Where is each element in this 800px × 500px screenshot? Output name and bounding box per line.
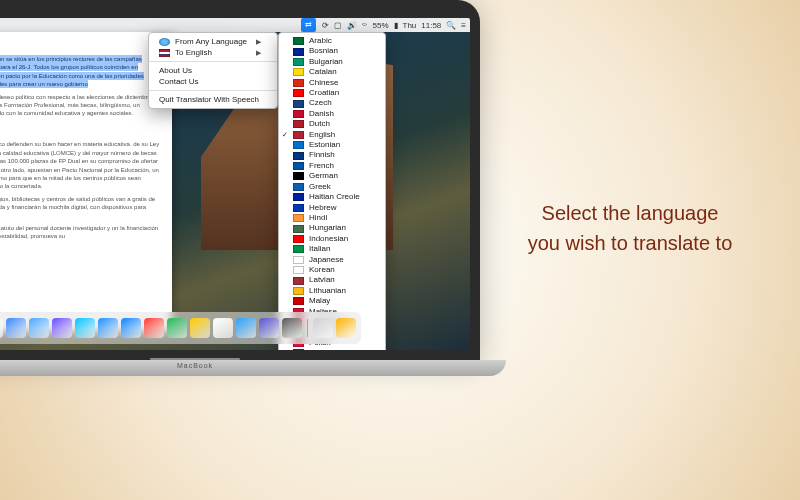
language-option[interactable]: Lithuanian bbox=[279, 286, 385, 296]
language-option[interactable]: Hebrew bbox=[279, 203, 385, 213]
dock-app[interactable] bbox=[236, 318, 256, 338]
flag-icon bbox=[293, 297, 304, 305]
flag-icon bbox=[293, 110, 304, 118]
flag-icon bbox=[293, 349, 304, 350]
language-label: Finnish bbox=[309, 150, 335, 160]
flag-icon bbox=[293, 37, 304, 45]
menubar-sync-icon[interactable]: ⟳ bbox=[322, 21, 329, 30]
flag-icon bbox=[293, 235, 304, 243]
language-option[interactable]: Bosnian bbox=[279, 46, 385, 56]
language-option[interactable]: Portuguese bbox=[279, 348, 385, 350]
language-option[interactable]: Greek bbox=[279, 182, 385, 192]
dock-app[interactable] bbox=[213, 318, 233, 338]
flag-icon bbox=[293, 214, 304, 222]
flag-icon bbox=[293, 193, 304, 201]
menu-contact[interactable]: Contact Us bbox=[149, 76, 277, 87]
menu-to-language[interactable]: To English ▶ bbox=[149, 47, 277, 58]
language-option[interactable]: ✓English bbox=[279, 130, 385, 140]
language-option[interactable]: Estonian bbox=[279, 140, 385, 150]
language-option[interactable]: Czech bbox=[279, 98, 385, 108]
flag-icon bbox=[293, 58, 304, 66]
marketing-caption: Select the language you wish to translat… bbox=[495, 198, 765, 258]
menu-from-language[interactable]: From Any Language ▶ bbox=[149, 36, 277, 47]
language-option[interactable]: Hungarian bbox=[279, 223, 385, 233]
dock-app[interactable] bbox=[75, 318, 95, 338]
menu-quit[interactable]: Quit Translator With Speech bbox=[149, 94, 277, 105]
dock-divider bbox=[307, 319, 308, 337]
dock-app[interactable] bbox=[6, 318, 26, 338]
language-option[interactable]: Hindi bbox=[279, 213, 385, 223]
chevron-right-icon: ▶ bbox=[256, 49, 261, 57]
language-option[interactable]: Finnish bbox=[279, 150, 385, 160]
flag-icon bbox=[293, 245, 304, 253]
laptop-frame: Help ⇄ ⟳ ▢ 🔊 ⌔ 55% ▮ Thu 11:58 🔍 ≡ bbox=[0, 0, 480, 420]
language-label: English bbox=[309, 130, 335, 140]
caption-line-1: Select the language bbox=[542, 202, 719, 224]
dock-app[interactable] bbox=[144, 318, 164, 338]
menubar-volume-icon[interactable]: 🔊 bbox=[347, 21, 357, 30]
language-option[interactable]: Dutch bbox=[279, 119, 385, 129]
menubar-airplay-icon[interactable]: ▢ bbox=[334, 21, 342, 30]
dock-app[interactable] bbox=[0, 318, 3, 338]
language-label: Danish bbox=[309, 109, 334, 119]
dock-app[interactable] bbox=[282, 318, 302, 338]
language-option[interactable]: Chinese bbox=[279, 78, 385, 88]
dock-app[interactable] bbox=[121, 318, 141, 338]
language-option[interactable]: Haitian Creole bbox=[279, 192, 385, 202]
menubar-battery-pct: 55% bbox=[372, 21, 388, 30]
language-option[interactable]: Croatian bbox=[279, 88, 385, 98]
menubar-wifi-icon[interactable]: ⌔ bbox=[362, 21, 367, 30]
language-label: Arabic bbox=[309, 36, 332, 46]
language-label: Latvian bbox=[309, 275, 335, 285]
language-option[interactable]: Japanese bbox=[279, 255, 385, 265]
flag-icon bbox=[293, 141, 304, 149]
language-option[interactable]: Bulgarian bbox=[279, 57, 385, 67]
globe-icon bbox=[159, 38, 170, 46]
dock-app[interactable] bbox=[52, 318, 72, 338]
flag-icon bbox=[293, 48, 304, 56]
language-label: Hebrew bbox=[309, 203, 337, 213]
flag-icon bbox=[293, 68, 304, 76]
menubar-notification-icon[interactable]: ≡ bbox=[461, 21, 466, 30]
dock-app[interactable] bbox=[190, 318, 210, 338]
macos-dock bbox=[0, 312, 361, 344]
menu-separator bbox=[149, 90, 277, 91]
checkmark-icon: ✓ bbox=[282, 130, 288, 140]
doc-highlighted-text[interactable]: La Educación se sitúa en los principios … bbox=[0, 55, 144, 88]
language-option[interactable]: French bbox=[279, 161, 385, 171]
laptop-screen: Help ⇄ ⟳ ▢ 🔊 ⌔ 55% ▮ Thu 11:58 🔍 ≡ bbox=[0, 18, 470, 350]
dock-app[interactable] bbox=[167, 318, 187, 338]
doc-heading: lo Popular bbox=[0, 124, 160, 137]
language-option[interactable]: Malay bbox=[279, 296, 385, 306]
dock-app[interactable] bbox=[336, 318, 356, 338]
language-option[interactable]: Indonesian bbox=[279, 234, 385, 244]
dock-app[interactable] bbox=[29, 318, 49, 338]
menubar-spotlight-icon[interactable]: 🔍 bbox=[446, 21, 456, 30]
language-label: Catalan bbox=[309, 67, 337, 77]
language-label: Lithuanian bbox=[309, 286, 346, 296]
menu-about[interactable]: About Us bbox=[149, 65, 277, 76]
flag-icon bbox=[293, 287, 304, 295]
language-option[interactable]: Korean bbox=[279, 265, 385, 275]
menubar-battery-icon[interactable]: ▮ bbox=[394, 21, 398, 30]
laptop-bezel: Help ⇄ ⟳ ▢ 🔊 ⌔ 55% ▮ Thu 11:58 🔍 ≡ bbox=[0, 0, 480, 360]
flag-icon bbox=[293, 152, 304, 160]
dock-app[interactable] bbox=[313, 318, 333, 338]
language-option[interactable]: German bbox=[279, 171, 385, 181]
flag-icon bbox=[293, 120, 304, 128]
language-option[interactable]: Arabic bbox=[279, 36, 385, 46]
dock-app[interactable] bbox=[98, 318, 118, 338]
language-option[interactable]: Danish bbox=[279, 109, 385, 119]
macos-menubar: Help ⇄ ⟳ ▢ 🔊 ⌔ 55% ▮ Thu 11:58 🔍 ≡ bbox=[0, 18, 470, 32]
caption-line-2: you wish to translate to bbox=[528, 232, 733, 254]
language-label: Haitian Creole bbox=[309, 192, 360, 202]
doc-paragraph: a universitario, quieren un estatuto del… bbox=[0, 224, 160, 241]
language-label: Croatian bbox=[309, 88, 339, 98]
language-option[interactable]: Latvian bbox=[279, 275, 385, 285]
menubar-app-icon[interactable]: ⇄ bbox=[301, 18, 316, 32]
language-option[interactable]: Catalan bbox=[279, 67, 385, 77]
dock-app[interactable] bbox=[259, 318, 279, 338]
language-option[interactable]: Italian bbox=[279, 244, 385, 254]
menubar-time: 11:58 bbox=[421, 21, 441, 30]
language-label: Indonesian bbox=[309, 234, 348, 244]
